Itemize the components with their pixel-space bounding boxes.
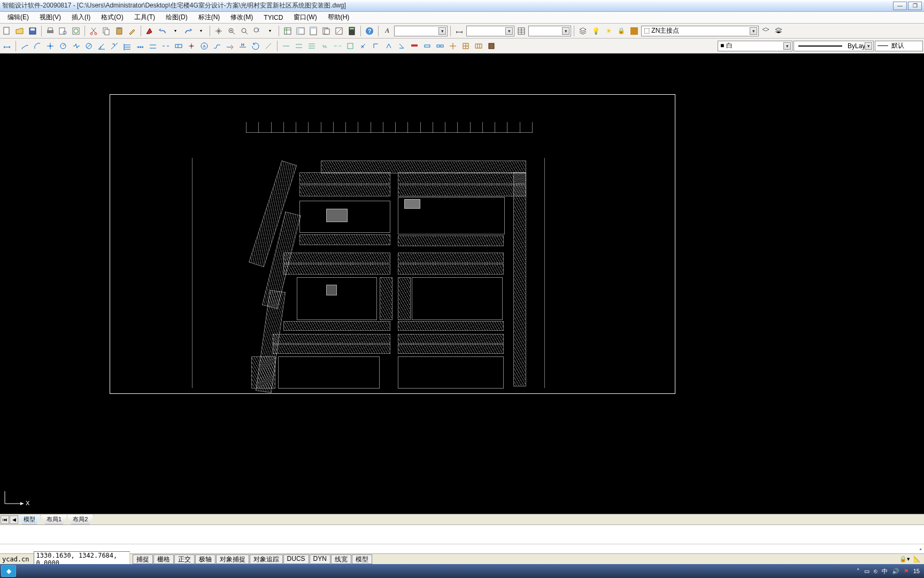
layer-previous-icon[interactable] bbox=[760, 25, 772, 37]
menu-modify[interactable]: 修改(M) bbox=[225, 12, 258, 23]
menu-tools[interactable]: 工具(T) bbox=[129, 12, 160, 23]
command-window[interactable]: ◂ bbox=[0, 524, 924, 553]
toggle-osnap[interactable]: 对象捕捉 bbox=[216, 554, 249, 564]
layer-tool10-icon[interactable] bbox=[396, 40, 407, 52]
layer-color-icon[interactable] bbox=[628, 25, 640, 37]
layer-tool2-icon[interactable] bbox=[293, 40, 305, 52]
dim-tedit-icon[interactable]: H bbox=[237, 40, 249, 52]
dim-continue-icon[interactable] bbox=[134, 40, 146, 52]
publish-icon[interactable] bbox=[70, 25, 82, 37]
dim-edit-icon[interactable] bbox=[224, 40, 236, 52]
toggle-lwt[interactable]: 线宽 bbox=[331, 554, 351, 564]
annoscale-icon[interactable]: 📐 bbox=[913, 556, 921, 562]
color-combo[interactable]: ■ 白 bbox=[718, 41, 792, 51]
dim-break-icon[interactable] bbox=[160, 40, 172, 52]
properties-icon[interactable] bbox=[282, 25, 294, 37]
layer-tool6-icon[interactable] bbox=[344, 40, 356, 52]
markup-icon[interactable] bbox=[333, 25, 345, 37]
dim-ordinate-icon[interactable] bbox=[44, 40, 56, 52]
tray-chevron-icon[interactable]: ˄ bbox=[857, 568, 860, 575]
dimstyle-combo[interactable] bbox=[466, 26, 514, 36]
toggle-dyn[interactable]: DYN bbox=[310, 554, 330, 564]
command-prompt[interactable]: ◂ bbox=[0, 544, 924, 553]
lock-tray-icon[interactable]: 🔒▾ bbox=[899, 556, 910, 562]
layer-manager-icon[interactable] bbox=[577, 25, 589, 37]
toggle-otrack[interactable]: 对象追踪 bbox=[250, 554, 283, 564]
menu-dimension[interactable]: 标注(N) bbox=[193, 12, 226, 23]
redo-dropdown-icon[interactable]: ▾ bbox=[195, 25, 207, 37]
layer-tool14-icon[interactable] bbox=[447, 40, 459, 52]
pan-icon[interactable] bbox=[213, 25, 225, 37]
calc-icon[interactable] bbox=[346, 25, 358, 37]
zoom-realtime-icon[interactable] bbox=[226, 25, 237, 37]
dim-jogged-icon[interactable] bbox=[70, 40, 82, 52]
tab-nav-prev[interactable]: ◀ bbox=[10, 515, 18, 524]
tab-nav-first[interactable]: ⏮ bbox=[1, 515, 9, 524]
layer-tool8-icon[interactable] bbox=[370, 40, 382, 52]
layer-lock-icon[interactable]: 🔒 bbox=[615, 25, 627, 37]
open-icon[interactable] bbox=[14, 25, 26, 37]
design-center-icon[interactable] bbox=[295, 25, 306, 37]
tray-volume-icon[interactable]: 🔊 bbox=[892, 568, 899, 575]
sheet-set-icon[interactable] bbox=[320, 25, 332, 37]
dim-baseline-icon[interactable] bbox=[121, 40, 133, 52]
tray-ime-icon[interactable]: 中 bbox=[882, 567, 888, 575]
jogged-linear-icon[interactable] bbox=[211, 40, 223, 52]
tray-clock[interactable]: 15 bbox=[913, 568, 920, 574]
layer-bulb-icon[interactable]: 💡 bbox=[590, 25, 602, 37]
menu-window[interactable]: 窗口(W) bbox=[288, 12, 322, 23]
dim-angular-icon[interactable] bbox=[96, 40, 107, 52]
layer-freeze-icon[interactable]: ☀ bbox=[603, 25, 614, 37]
textstyle-combo[interactable] bbox=[394, 26, 448, 36]
tab-model[interactable]: 模型 bbox=[18, 515, 41, 524]
paste-icon[interactable] bbox=[113, 25, 125, 37]
tablestyle-icon[interactable] bbox=[515, 25, 527, 37]
cut-icon[interactable] bbox=[88, 25, 99, 37]
scroll-left-icon[interactable]: ◂ bbox=[919, 546, 922, 552]
undo-icon[interactable] bbox=[157, 25, 168, 37]
menu-help[interactable]: 帮助(H) bbox=[322, 12, 355, 23]
layer-tool13-icon[interactable] bbox=[434, 40, 446, 52]
dim-aligned-icon[interactable] bbox=[19, 40, 30, 52]
toggle-snap[interactable]: 捕捉 bbox=[133, 554, 153, 564]
toggle-polar[interactable]: 极轴 bbox=[195, 554, 215, 564]
toggle-grid[interactable]: 栅格 bbox=[153, 554, 174, 564]
linetype-combo[interactable]: ByLayer bbox=[794, 41, 874, 51]
toggle-ducs[interactable]: DUCS bbox=[283, 554, 309, 564]
tab-layout2[interactable]: 布局2 bbox=[67, 515, 94, 524]
zoom-dropdown-icon[interactable]: ▾ bbox=[264, 25, 276, 37]
dim-diameter-icon[interactable] bbox=[83, 40, 95, 52]
dim-update-icon[interactable] bbox=[250, 40, 261, 52]
layer-tool17-icon[interactable] bbox=[486, 40, 497, 52]
redo-icon[interactable] bbox=[182, 25, 194, 37]
layer-tool11-icon[interactable] bbox=[409, 40, 420, 52]
menu-draw[interactable]: 绘图(D) bbox=[160, 12, 193, 23]
tray-wifi-icon[interactable]: ⎋ bbox=[874, 568, 877, 574]
zoom-previous-icon[interactable] bbox=[251, 25, 263, 37]
layer-tool3-icon[interactable] bbox=[306, 40, 318, 52]
center-mark-icon[interactable] bbox=[186, 40, 197, 52]
dimstyle-combo2-icon[interactable] bbox=[263, 40, 274, 52]
dim-arc-icon[interactable] bbox=[32, 40, 43, 52]
tray-battery-icon[interactable]: ▭ bbox=[864, 568, 869, 575]
dim-linear-icon[interactable] bbox=[1, 40, 13, 52]
textstyle-icon[interactable]: A bbox=[381, 25, 393, 37]
tool-palette-icon[interactable] bbox=[307, 25, 319, 37]
new-icon[interactable] bbox=[1, 25, 13, 37]
layer-tool4-icon[interactable]: % bbox=[319, 40, 330, 52]
menu-insert[interactable]: 插入(I) bbox=[66, 12, 96, 23]
block-editor-icon[interactable] bbox=[144, 25, 156, 37]
dimstyle-icon[interactable] bbox=[453, 25, 465, 37]
undo-dropdown-icon[interactable]: ▾ bbox=[170, 25, 181, 37]
layer-tool1-icon[interactable] bbox=[280, 40, 292, 52]
matchprop-icon[interactable] bbox=[126, 25, 138, 37]
layer-tool12-icon[interactable] bbox=[421, 40, 433, 52]
tray-flag-icon[interactable]: ⚑ bbox=[904, 568, 909, 575]
menu-view[interactable]: 视图(V) bbox=[34, 12, 66, 23]
drawing-canvas[interactable]: X bbox=[0, 54, 924, 514]
dim-radius-icon[interactable] bbox=[57, 40, 69, 52]
layer-combo[interactable]: ⬚ ZN主接点 bbox=[641, 26, 759, 36]
menu-edit[interactable]: 编辑(E) bbox=[2, 12, 34, 23]
minimize-button[interactable]: — bbox=[893, 2, 907, 10]
print-preview-icon[interactable] bbox=[57, 25, 69, 37]
